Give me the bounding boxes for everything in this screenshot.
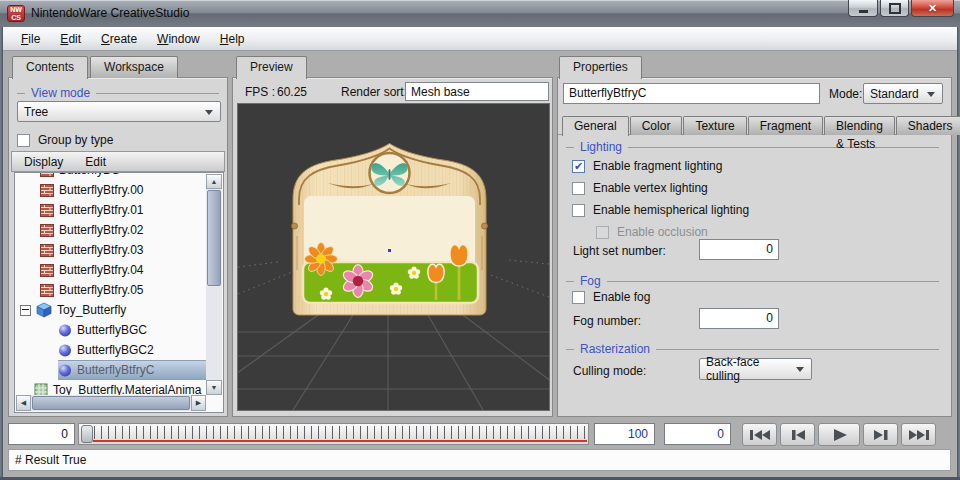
tab-properties[interactable]: Properties [559, 56, 642, 79]
tree-item-selected[interactable]: ButterflyBtfryC [58, 360, 206, 380]
end-frame-field[interactable]: 100 [594, 423, 655, 445]
scroll-right-icon[interactable] [191, 395, 206, 411]
toolbar-edit[interactable]: Edit [85, 155, 106, 169]
texture-icon [40, 224, 54, 237]
material-name-field[interactable]: ButterflyBtfryC [563, 83, 820, 104]
mode-label: Mode: [829, 87, 862, 101]
group-by-type-checkbox[interactable] [17, 134, 30, 147]
tree-horizontal-scrollbar[interactable] [16, 395, 206, 411]
enable-fog-checkbox[interactable] [572, 291, 585, 304]
hemispherical-lighting-label: Enable hemispherical lighting [593, 203, 749, 217]
enable-fog-label: Enable fog [593, 290, 650, 304]
tab-blending-tests[interactable]: Blending & Tests [824, 116, 895, 135]
menu-create[interactable]: Create [91, 30, 147, 48]
tab-contents[interactable]: Contents [12, 56, 88, 79]
current-frame-field[interactable]: 0 [664, 423, 731, 445]
rasterization-group: Rasterization [566, 342, 939, 356]
material-icon [58, 343, 72, 357]
step-backward-button[interactable] [780, 423, 815, 446]
texture-icon [40, 284, 54, 297]
hemispherical-lighting-checkbox[interactable] [572, 204, 585, 217]
play-icon [826, 428, 852, 442]
mode-dropdown[interactable]: Standard [863, 83, 943, 104]
step-forward-icon [868, 428, 894, 442]
toolbar-display[interactable]: Display [24, 155, 63, 169]
view-mode-label: View mode [31, 86, 90, 100]
tree-item[interactable]: ButterflyBG [16, 173, 206, 180]
fragment-lighting-checkbox[interactable] [572, 160, 585, 173]
light-set-label: Light set number: [573, 244, 666, 258]
preview-panel: FPS : 60.25 Render sort: Mesh base [232, 77, 553, 417]
culling-mode-value: Back-face culling [706, 355, 793, 383]
tab-general[interactable]: General [562, 116, 629, 136]
close-button[interactable] [911, 0, 954, 17]
tree-item[interactable]: ButterflyBtfry.05 [16, 280, 206, 300]
tab-fragment[interactable]: Fragment [748, 116, 823, 135]
tab-workspace[interactable]: Workspace [90, 56, 178, 78]
horizontal-scroll-thumb[interactable] [32, 396, 190, 410]
scroll-down-icon[interactable] [206, 380, 222, 395]
tree-vertical-scrollbar[interactable] [206, 174, 222, 395]
view-mode-dropdown[interactable]: Tree [17, 101, 221, 122]
start-frame-field[interactable]: 0 [8, 423, 75, 445]
app-logo-icon: NW CS [7, 5, 25, 22]
fog-number-label: Fog number: [573, 314, 641, 328]
3d-canvas [238, 104, 549, 410]
tree-item-toy-butterfly[interactable]: Toy_Butterfly [16, 300, 206, 320]
frame-slider[interactable] [78, 423, 589, 445]
tree-item[interactable]: ButterflyBtfry.04 [16, 260, 206, 280]
tab-preview[interactable]: Preview [236, 56, 307, 79]
fog-number-field[interactable]: 0 [699, 308, 779, 329]
preview-viewport[interactable] [237, 103, 550, 411]
model-icon [36, 302, 52, 318]
tab-texture[interactable]: Texture [683, 116, 746, 135]
minimize-icon [859, 10, 868, 13]
menu-help[interactable]: Help [210, 30, 255, 48]
render-sort-field[interactable]: Mesh base [405, 82, 549, 101]
tree-item[interactable]: ButterflyBtfry.02 [16, 220, 206, 240]
vertex-lighting-checkbox[interactable] [572, 182, 585, 195]
fragment-lighting-label: Enable fragment lighting [593, 159, 722, 173]
vertical-scroll-thumb[interactable] [207, 190, 221, 286]
material-icon [58, 363, 72, 377]
scroll-up-icon[interactable] [206, 174, 222, 189]
fragment-lighting-row: Enable fragment lighting [572, 159, 722, 173]
properties-subtabs: General Color Texture Fragment Blending … [562, 116, 960, 136]
maximize-button[interactable] [880, 0, 909, 17]
tree-item[interactable]: ButterflyBGC [16, 320, 206, 340]
play-button[interactable] [818, 423, 860, 446]
view-mode-value: Tree [24, 105, 48, 119]
culling-mode-dropdown[interactable]: Back-face culling [699, 358, 812, 380]
window-title: NintendoWare CreativeStudio [31, 6, 189, 20]
properties-tab-strip: Properties [559, 56, 644, 79]
slider-range-line [93, 440, 587, 442]
vertex-lighting-row: Enable vertex lighting [572, 181, 708, 195]
scroll-left-icon[interactable] [16, 395, 31, 411]
view-mode-group: View mode [17, 86, 219, 100]
menu-edit[interactable]: Edit [50, 30, 91, 48]
tab-color[interactable]: Color [630, 116, 683, 135]
minimize-button[interactable] [848, 0, 878, 17]
skip-to-end-button[interactable] [901, 423, 936, 446]
texture-icon [40, 244, 54, 257]
menu-window[interactable]: Window [147, 30, 210, 48]
tree-item[interactable]: ButterflyBtfry.00 [16, 180, 206, 200]
texture-icon [40, 204, 54, 217]
group-by-type-label: Group by type [38, 133, 113, 147]
tree-item[interactable]: ButterflyBtfry.03 [16, 240, 206, 260]
slider-handle[interactable] [81, 425, 93, 443]
tree-item[interactable]: ButterflyBtfry.01 [16, 200, 206, 220]
tree-item[interactable]: ButterflyBGC2 [16, 340, 206, 360]
tab-shaders[interactable]: Shaders [896, 116, 960, 135]
window-border-left [0, 27, 3, 480]
occlusion-label: Enable occlusion [617, 225, 708, 239]
status-text: # Result True [15, 453, 86, 467]
menu-file[interactable]: File [11, 30, 50, 48]
hemispherical-lighting-row: Enable hemispherical lighting [572, 203, 749, 217]
tree-item[interactable]: Toy_Butterfly.MaterialAnima [16, 380, 206, 395]
step-forward-button[interactable] [863, 423, 898, 446]
collapse-expander-icon[interactable] [20, 305, 31, 316]
skip-to-start-button[interactable] [742, 423, 777, 446]
material-icon [58, 323, 72, 337]
light-set-field[interactable]: 0 [699, 239, 779, 260]
